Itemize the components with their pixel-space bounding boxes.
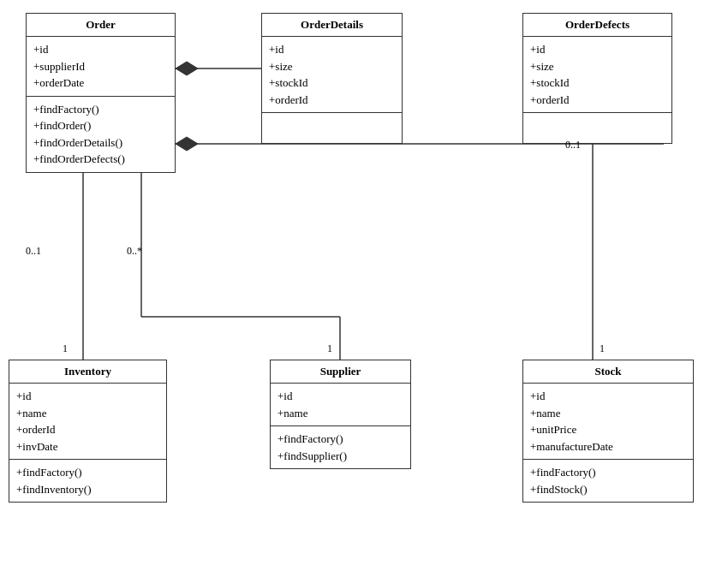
class-supplier: Supplier +id +name +findFactory() +findS… [270, 360, 411, 469]
multiplicity-1-stock: 1 [600, 342, 605, 355]
class-supplier-methods: +findFactory() +findSupplier() [271, 426, 410, 468]
class-orderdetails-methods [262, 113, 402, 143]
class-orderdefects: OrderDefects +id +size +stockId +orderId [522, 13, 672, 144]
uml-diagram: Order +id +supplierId +orderDate +findFa… [0, 0, 728, 583]
multiplicity-01-right: 0..1 [565, 139, 581, 152]
class-stock-methods: +findFactory() +findStock() [523, 460, 693, 502]
class-order-attributes: +id +supplierId +orderDate [27, 37, 175, 97]
class-orderdefects-name: OrderDefects [523, 14, 671, 37]
class-orderdefects-methods [523, 113, 671, 143]
class-order: Order +id +supplierId +orderDate +findFa… [26, 13, 176, 173]
class-stock-name: Stock [523, 360, 693, 384]
class-supplier-attributes: +id +name [271, 384, 410, 426]
multiplicity-1-supplier: 1 [327, 342, 332, 355]
class-inventory-methods: +findFactory() +findInventory() [9, 460, 166, 502]
class-inventory-name: Inventory [9, 360, 166, 384]
class-stock-attributes: +id +name +unitPrice +manufactureDate [523, 384, 693, 460]
class-orderdetails-name: OrderDetails [262, 14, 402, 37]
multiplicity-1-inventory: 1 [63, 342, 68, 355]
multiplicity-01-left: 0..1 [26, 245, 41, 258]
class-inventory-attributes: +id +name +orderId +invDate [9, 384, 166, 460]
svg-marker-1 [176, 62, 198, 75]
class-stock: Stock +id +name +unitPrice +manufactureD… [522, 360, 694, 503]
class-orderdetails-attributes: +id +size +stockId +orderId [262, 37, 402, 113]
class-supplier-name: Supplier [271, 360, 410, 384]
class-order-methods: +findFactory() +findOrder() +findOrderDe… [27, 97, 175, 172]
class-order-name: Order [27, 14, 175, 37]
multiplicity-0star: 0..* [127, 245, 142, 258]
class-orderdefects-attributes: +id +size +stockId +orderId [523, 37, 671, 113]
class-inventory: Inventory +id +name +orderId +invDate +f… [9, 360, 167, 503]
class-orderdetails: OrderDetails +id +size +stockId +orderId [261, 13, 403, 144]
svg-marker-4 [176, 137, 198, 151]
